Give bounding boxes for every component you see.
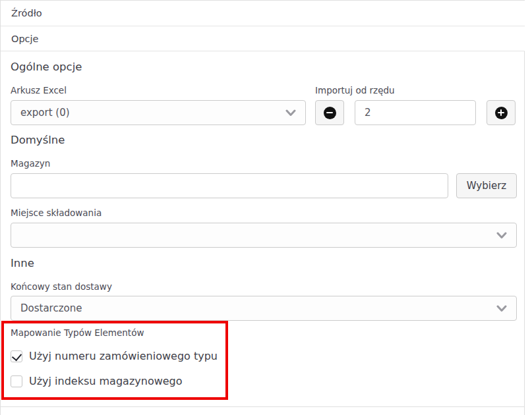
choose-warehouse-button-label: Wybierz: [467, 180, 506, 192]
item-type-mapping-label: Mapowanie Typów Elementów: [11, 327, 144, 338]
checkbox-icon[interactable]: [11, 350, 22, 362]
import-options-panel: Źródło Opcje Ogólne opcje Arkusz Excel e…: [0, 0, 532, 415]
use-stock-index-checkbox[interactable]: Użyj indeksu magazynowego: [11, 375, 183, 387]
decrement-row-button[interactable]: [315, 100, 344, 125]
defaults-heading: Domyślne: [11, 134, 65, 146]
import-from-row-label: Importuj od rzędu: [315, 85, 395, 96]
excel-sheet-value: export (0): [20, 107, 280, 119]
final-delivery-state-label: Końcowy stan dostawy: [11, 281, 112, 292]
use-order-number-type-checkbox[interactable]: Użyj numeru zamówieniowego typu: [11, 350, 218, 362]
right-border: [524, 0, 525, 415]
chevron-down-icon: [496, 232, 507, 239]
plus-circle-icon: [495, 107, 508, 119]
storage-place-select[interactable]: [11, 223, 517, 248]
storage-place-label: Miejsce składowania: [11, 208, 102, 218]
excel-sheet-label: Arkusz Excel: [11, 85, 67, 96]
general-options-heading: Ogólne opcje: [11, 61, 82, 73]
warehouse-label: Magazyn: [11, 158, 50, 169]
use-stock-index-label: Użyj indeksu magazynowego: [29, 375, 183, 387]
checkbox-icon[interactable]: [11, 375, 22, 387]
use-order-number-type-label: Użyj numeru zamówieniowego typu: [29, 350, 218, 362]
increment-row-button[interactable]: [487, 100, 516, 125]
choose-warehouse-button[interactable]: Wybierz: [456, 173, 517, 198]
bottom-separator: [0, 406, 525, 407]
minus-circle-icon: [324, 107, 336, 119]
chevron-down-icon: [496, 305, 507, 312]
excel-sheet-select[interactable]: export (0): [11, 100, 306, 125]
left-border: [0, 0, 1, 415]
chevron-down-icon: [285, 109, 296, 117]
import-from-row-input[interactable]: [355, 100, 476, 125]
accordion-options-label: Opcje: [11, 34, 39, 44]
accordion-source-label: Źródło: [11, 8, 42, 18]
final-delivery-state-value: Dostarczone: [20, 302, 491, 314]
final-delivery-state-select[interactable]: Dostarczone: [11, 296, 517, 321]
accordion-section-options[interactable]: Opcje: [1, 26, 525, 51]
warehouse-input[interactable]: [11, 173, 448, 198]
other-heading: Inne: [11, 257, 34, 269]
accordion-section-source[interactable]: Źródło: [1, 1, 525, 26]
